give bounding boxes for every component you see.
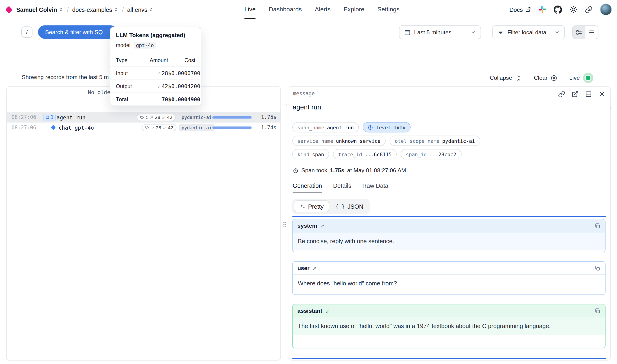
- braces-icon: { }: [335, 203, 345, 209]
- nav-settings[interactable]: Settings: [377, 0, 400, 19]
- copy-icon[interactable]: [594, 308, 601, 314]
- trace-row-chat[interactable]: 08:27:06 chat gpt-4o ↗28 ↙42 pydantic-ai…: [7, 123, 280, 133]
- scope-tag[interactable]: pydantic-ai: [179, 124, 215, 131]
- search-filter-button[interactable]: Search & filter with SQ: [38, 25, 117, 39]
- trace-row-agent-run[interactable]: 08:27:06 1 agent run Σ ↗28 ↙42 pydantic-…: [7, 112, 280, 122]
- attribute-pills-row-3: kind span trace_id ...6c8115 span_id ...…: [292, 149, 461, 159]
- user-avatar[interactable]: [600, 3, 612, 15]
- pretty-label: Pretty: [308, 203, 324, 210]
- collapse-button[interactable]: Collapse: [490, 74, 522, 81]
- message-text: Be concise, reply with one sentence.: [298, 238, 394, 244]
- json-toggle-button[interactable]: { } JSON: [331, 201, 368, 212]
- tokens-pill[interactable]: Σ ↗28 ↙42: [137, 114, 176, 121]
- tokens-table: Type Amount Cost Input ↗28 $0.0000700 Ou…: [110, 54, 201, 105]
- output-arrow-icon: ↙: [162, 115, 165, 120]
- view-table-button[interactable]: [573, 26, 585, 39]
- env-selector[interactable]: all envs: [127, 6, 154, 13]
- span-name-pill[interactable]: span_name agent run: [292, 122, 359, 132]
- nav-alerts[interactable]: Alerts: [315, 0, 330, 19]
- copy-icon[interactable]: [594, 265, 601, 271]
- org-name: Samuel Colvin: [16, 6, 57, 13]
- nav-right: Docs: [509, 0, 612, 19]
- sigma-icon: Σ: [145, 115, 148, 120]
- org-selector[interactable]: Samuel Colvin: [16, 6, 64, 13]
- message-body: Where does "hello world" come from?: [293, 275, 605, 292]
- took-duration: 1.75s: [330, 167, 344, 173]
- slack-icon[interactable]: [538, 6, 546, 13]
- took-suffix: at May 01 08:27:06 AM: [347, 167, 406, 173]
- clear-button[interactable]: Clear: [534, 74, 557, 81]
- kind-pill[interactable]: kind span: [292, 149, 329, 159]
- panel-resize-handle[interactable]: [282, 220, 288, 229]
- children-count-badge[interactable]: 1: [43, 114, 56, 121]
- filter-icon: [498, 29, 504, 35]
- duration-value: 1.75s: [261, 114, 276, 120]
- scope-tag[interactable]: pydantic-ai: [179, 114, 215, 121]
- project-selector[interactable]: docs-examples: [72, 6, 118, 13]
- live-toggle[interactable]: [583, 73, 593, 83]
- docs-label: Docs: [509, 6, 523, 13]
- service-name-pill[interactable]: service_name unknown_service: [292, 136, 386, 146]
- tokens-row-input: Input ↗28 $0.0000700: [110, 66, 201, 79]
- theme-sun-icon[interactable]: [569, 6, 577, 13]
- tab-details[interactable]: Details: [333, 182, 351, 193]
- nav-explore[interactable]: Explore: [343, 0, 364, 19]
- view-list-button[interactable]: [585, 26, 598, 39]
- time-range-dropdown[interactable]: Last 5 minutes: [399, 25, 481, 39]
- share-link-icon[interactable]: [585, 6, 592, 13]
- row-type: Input: [116, 70, 146, 76]
- tokens-pill[interactable]: ↗28 ↙42: [142, 124, 177, 131]
- span-detail-panel: message agent run span_name agent run le…: [289, 86, 611, 361]
- tab-generation[interactable]: Generation: [293, 182, 322, 193]
- top-nav: Samuel Colvin / docs-examples / all envs…: [0, 0, 617, 19]
- records-timeline-chart: 2.0 1.0 0.0 May 01. 08:22:50 08:25 08:26…: [0, 43, 617, 71]
- filter-local-dropdown[interactable]: Filter local data: [492, 25, 565, 39]
- pill-value: pydantic-ai: [442, 138, 475, 144]
- docs-link[interactable]: Docs: [509, 6, 531, 13]
- search-shortcut-key[interactable]: /: [21, 26, 32, 38]
- detail-tabs: Generation Details Raw Data: [293, 182, 389, 193]
- tag-icon: [140, 116, 144, 119]
- tooltip-model-line: model gpt-4o: [110, 39, 201, 54]
- pill-key: level: [376, 124, 391, 130]
- nav-dashboards[interactable]: Dashboards: [269, 0, 302, 19]
- output-arrow-icon: ↙: [163, 125, 166, 130]
- clear-circle-x-icon: [551, 74, 557, 81]
- otel-scope-pill[interactable]: otel_scope_name pydantic-ai: [390, 136, 480, 146]
- nav-live[interactable]: Live: [245, 0, 256, 19]
- input-arrow-icon: ↗: [150, 115, 153, 120]
- render-mode-toggle: Pretty { } JSON: [292, 199, 370, 214]
- output-tokens: 42: [168, 125, 173, 130]
- span-id-pill[interactable]: span_id ...28cbc2: [401, 149, 462, 159]
- tab-raw-data[interactable]: Raw Data: [362, 182, 388, 193]
- logfire-logo-icon[interactable]: [5, 6, 13, 13]
- copy-icon[interactable]: [594, 223, 601, 229]
- span-name: agent run: [57, 114, 86, 121]
- duration-bar: [212, 116, 252, 119]
- row-timestamp: 08:27:06: [11, 114, 36, 120]
- level-pill[interactable]: level Info: [363, 122, 411, 132]
- pill-value: ...6c8115: [365, 151, 392, 157]
- row-type: Total: [116, 96, 146, 102]
- tokens-row-total: Total 70 $0.0004900: [110, 92, 201, 105]
- open-external-icon[interactable]: [572, 91, 579, 98]
- pill-value: agent run: [327, 124, 354, 130]
- chevron-updown-icon: [149, 7, 154, 12]
- trace-id-pill[interactable]: trace_id ...6c8115: [333, 149, 397, 159]
- pretty-toggle-button[interactable]: Pretty: [294, 201, 329, 212]
- pill-key: kind: [297, 151, 309, 157]
- live-label: Live: [569, 75, 580, 81]
- chevron-down-icon: [471, 30, 476, 35]
- nested-spans-icon: [45, 116, 49, 119]
- dock-panel-icon[interactable]: [585, 91, 592, 98]
- github-icon[interactable]: [554, 5, 562, 14]
- outgoing-arrow-icon: ↗: [320, 223, 324, 229]
- trace-list-panel: No older 08:27:06 1 agent run Σ ↗28 ↙42 …: [6, 86, 281, 361]
- detail-title: agent run: [293, 104, 321, 112]
- model-key: model: [116, 42, 131, 48]
- live-toggle-dot: [585, 75, 591, 81]
- app-root: Samuel Colvin / docs-examples / all envs…: [0, 0, 617, 364]
- copy-link-icon[interactable]: [558, 91, 565, 98]
- close-icon[interactable]: [598, 91, 606, 98]
- attribute-pills-row-2: service_name unknown_service otel_scope_…: [292, 136, 480, 146]
